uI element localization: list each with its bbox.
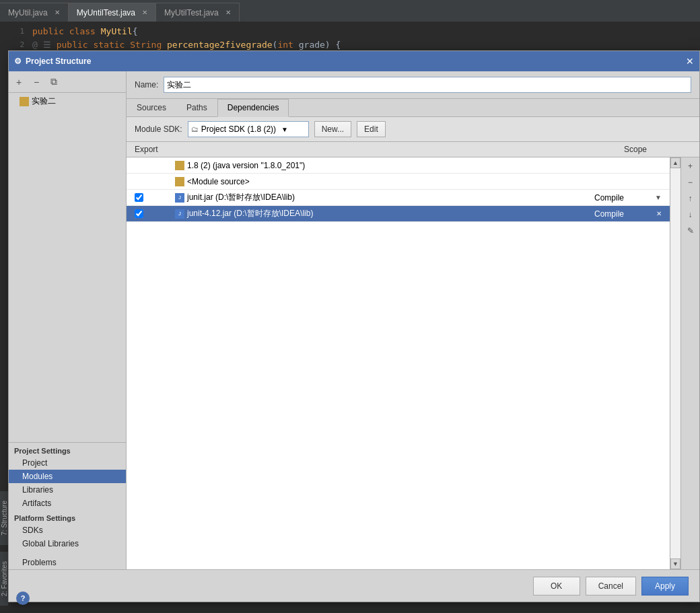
tab-dependencies[interactable]: Dependencies [217,99,289,117]
sdk-edit-button[interactable]: Edit [357,121,386,137]
nav-item-global-libs[interactable]: Global Libraries [9,537,126,550]
help-icon[interactable]: ? [16,591,30,605]
dep-row-junit412-label: junit-4.12.jar (D:\暂时存放\IDEA\lib) [187,208,313,219]
tree-item-label: 实验二 [32,96,56,107]
dialog-title-icon: ⚙ [14,57,22,66]
cancel-button[interactable]: Cancel [586,577,636,596]
dep-row-junit-label: junit.jar (D:\暂时存放\IDEA\lib) [187,192,295,203]
editor-tabs: MyUtil.java ✕ MyUntilTest.java ✕ MyUtilT… [0,0,700,22]
code-line-1: public class MyUtil{ [32,26,138,36]
junit412-scope-arrow: ✕ [656,210,662,217]
sdk-select[interactable]: 🗂 Project SDK (1.8 (2)) ▼ [188,121,309,137]
line-num-1: 1 [5,27,24,36]
tab-paths[interactable]: Paths [176,99,217,116]
dep-row-source-label: <Module source> [187,177,250,186]
dep-add-button[interactable]: + [683,159,698,174]
nav-sections: Project Settings Project Modules Librari… [9,442,126,569]
project-settings-header: Project Settings [9,443,126,456]
help-button[interactable]: ? [16,591,30,605]
add-module-button[interactable]: + [11,75,26,89]
tab-sources[interactable]: Sources [127,99,176,116]
apply-button[interactable]: Apply [641,577,689,596]
ide-strip-structure: 7: Structure [0,491,8,545]
nav-item-project[interactable]: Project [9,456,126,470]
nav-item-artifacts[interactable]: Artifacts [9,497,126,510]
dep-move-up-button[interactable]: ↑ [683,191,698,206]
tab-myuntiltest-label: MyUntilTest.java [77,8,135,17]
ok-button[interactable]: OK [533,577,580,596]
dep-row-jdk-name: 1.8 (2) (java version "1.8.0_201") [175,161,594,170]
code-line-2: @ ☰ [32,40,51,50]
name-input[interactable] [164,77,691,93]
code-line-2-content: public static String percentage2fivegrad… [57,40,341,50]
line-num-2: 2 [5,40,24,49]
dialog-title-text: Project Structure [26,57,91,66]
dep-row-junit[interactable]: J junit.jar (D:\暂时存放\IDEA\lib) Compile ▼ [127,190,670,206]
scroll-down-btn[interactable]: ▼ [670,558,680,569]
tree-item-module[interactable]: 实验二 [9,93,126,110]
right-panel: Name: Sources Paths Dependencies Module … [127,71,699,569]
junit412-checkbox-input[interactable] [135,209,143,218]
nav-item-sdks[interactable]: SDKs [9,524,126,537]
project-structure-dialog: ⚙ Project Structure ✕ + − ⧉ 实验二 Pro [8,50,700,602]
dep-row-junit412-name: J junit-4.12.jar (D:\暂时存放\IDEA\lib) [175,208,594,219]
junit-jar-icon: J [175,193,184,203]
scroll-track [670,168,680,558]
source-folder-icon [175,177,184,186]
dep-row-junit-scope-label: Compile [594,193,624,203]
left-panel: + − ⧉ 实验二 Project Settings Project Modul… [9,71,127,569]
module-tree: 实验二 [9,93,126,442]
dialog-close-button[interactable]: ✕ [686,56,694,67]
nav-item-modules[interactable]: Modules [9,470,126,483]
sdk-row: Module SDK: 🗂 Project SDK (1.8 (2)) ▼ Ne… [127,117,699,142]
sdk-dropdown-icon: ▼ [281,126,288,133]
tab-myutil-close[interactable]: ✕ [55,9,60,16]
junit412-jar-icon: J [175,209,184,219]
dep-row-module-source[interactable]: <Module source> [127,174,670,190]
dep-remove-button[interactable]: − [683,175,698,190]
ide-strip-favorites: 2: Favorites [0,552,8,606]
scroll-up-btn[interactable]: ▲ [670,157,680,168]
dep-row-junit-checkbox[interactable] [135,193,175,202]
dep-row-junit412-scope[interactable]: Compile ✕ [594,209,662,219]
dialog-titlebar: ⚙ Project Structure ✕ [9,51,699,71]
nav-item-libraries[interactable]: Libraries [9,483,126,497]
dep-scrollbar[interactable]: ▲ ▼ [670,157,680,569]
left-toolbar: + − ⧉ [9,71,126,93]
sdk-new-button[interactable]: New... [314,121,351,137]
jdk-folder-icon [175,161,184,170]
sdk-select-value: Project SDK (1.8 (2)) [201,124,276,134]
tab-myutil-label: MyUtil.java [8,8,48,17]
dialog-body: + − ⧉ 实验二 Project Settings Project Modul… [9,71,699,569]
dep-table-wrapper: 1.8 (2) (java version "1.8.0_201") <Modu… [127,157,699,569]
tab-myuntiltest[interactable]: MyUntilTest.java ✕ [69,3,156,22]
tab-myuntiltest-close[interactable]: ✕ [142,9,147,16]
junit-checkbox-input[interactable] [135,193,143,202]
dep-row-jdk[interactable]: 1.8 (2) (java version "1.8.0_201") [127,157,670,174]
dialog-footer: OK Cancel Apply [9,569,699,602]
tree-folder-icon [20,97,29,106]
tab-myutiltest-label: MyUtilTest.java [164,8,219,17]
dep-edit-button[interactable]: ✎ [683,223,698,238]
dep-row-source-name: <Module source> [175,177,594,186]
dep-table-body: 1.8 (2) (java version "1.8.0_201") <Modu… [127,157,670,569]
nav-item-problems[interactable]: Problems [9,556,126,569]
tab-myutiltest-close[interactable]: ✕ [225,9,231,16]
copy-module-button[interactable]: ⧉ [46,75,61,89]
sdk-label: Module SDK: [135,124,182,134]
dep-row-junit-name: J junit.jar (D:\暂时存放\IDEA\lib) [175,192,594,203]
tab-myutiltest[interactable]: MyUtilTest.java ✕ [156,3,240,22]
dep-row-junit412[interactable]: J junit-4.12.jar (D:\暂时存放\IDEA\lib) Comp… [127,206,670,222]
platform-settings-header: Platform Settings [9,510,126,524]
name-row: Name: [127,71,699,99]
col-scope-header: Scope [624,145,691,154]
tab-myutil[interactable]: MyUtil.java ✕ [0,3,69,22]
col-export-header: Export [135,145,175,154]
dep-actions: + − ↑ ↓ ✎ [680,157,699,569]
dep-row-jdk-label: 1.8 (2) (java version "1.8.0_201") [187,161,305,170]
dep-row-junit412-checkbox[interactable] [135,209,175,218]
tabs-row: Sources Paths Dependencies [127,99,699,117]
remove-module-button[interactable]: − [29,75,44,89]
dep-move-down-button[interactable]: ↓ [683,207,698,222]
dep-row-junit-scope[interactable]: Compile ▼ [594,193,662,203]
